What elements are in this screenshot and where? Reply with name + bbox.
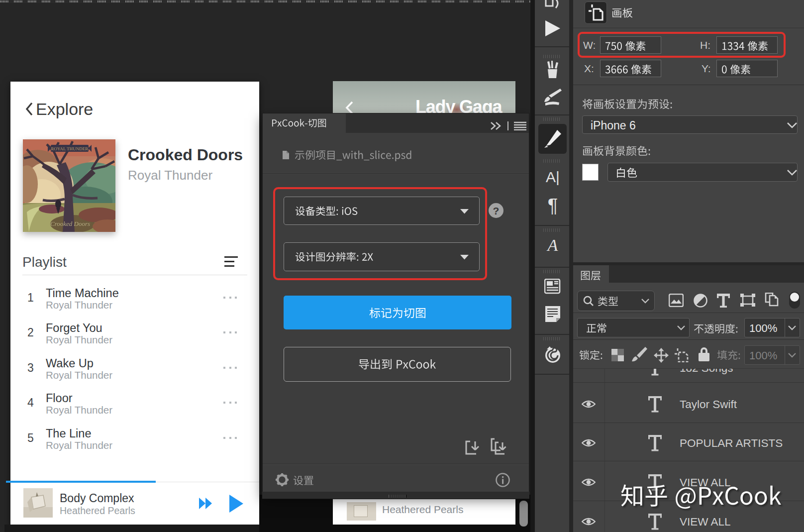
svg-text:Crooked Doors: Crooked Doors [50, 220, 90, 227]
svg-text:ROYAL THUNDER: ROYAL THUNDER [51, 146, 89, 151]
